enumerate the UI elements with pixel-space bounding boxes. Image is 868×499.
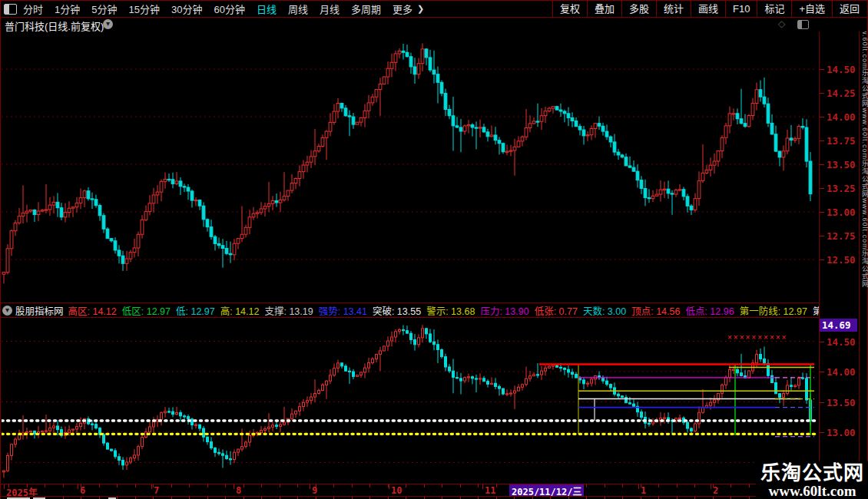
panel-toggle-icon[interactable] (797, 20, 809, 29)
candle (263, 203, 267, 216)
x-tick-minor (658, 484, 659, 487)
candle (383, 346, 386, 352)
candle (605, 124, 608, 140)
toolbar-button-5[interactable]: F10 (725, 1, 757, 17)
period-tab-2[interactable]: 5分钟 (91, 2, 117, 16)
candle (114, 237, 117, 253)
candle (510, 389, 512, 396)
candle (22, 185, 25, 223)
toolbar-button-3[interactable]: 统计 (656, 1, 691, 17)
toolbar-button-7[interactable]: +自选 (791, 1, 832, 17)
candle (705, 165, 708, 174)
candle (118, 454, 121, 465)
toolbar-button-8[interactable]: 返回 (832, 1, 866, 17)
candle (682, 187, 685, 201)
candle (495, 378, 497, 389)
axis-tick-mark (820, 342, 824, 342)
candle (767, 97, 770, 127)
candle (621, 154, 624, 158)
candle (314, 379, 316, 402)
candle (114, 448, 117, 459)
x-tick-major (389, 484, 389, 489)
candle (679, 415, 681, 419)
candle (360, 372, 363, 378)
candle (206, 218, 209, 231)
candle (2, 272, 5, 283)
candle (148, 195, 151, 215)
warning-marks: ×××××××××× (727, 333, 787, 342)
x-axis: 2025年678910112025/11/12/三12 (1, 484, 867, 496)
candle (687, 421, 689, 432)
x-tick-minor (406, 484, 406, 487)
chevron-down-icon[interactable]: ▾ (103, 19, 113, 29)
candle (349, 368, 351, 384)
candle (594, 123, 597, 137)
period-tab-4[interactable]: 30分钟 (171, 2, 202, 16)
period-tabs: 分时1分钟5分钟15分钟30分钟60分钟日线周线月线多周期更多❯ (23, 2, 424, 16)
candle (637, 402, 639, 417)
watermark-url: www.60lt.com (756, 484, 868, 498)
indicator-candlestick-chart[interactable]: ×××××××××× (2, 317, 819, 484)
candle (321, 134, 324, 147)
toolbar-button-6[interactable]: 标记 (757, 1, 791, 17)
x-tick-minor (677, 484, 678, 487)
candle (91, 193, 94, 209)
x-tick-minor (694, 484, 695, 487)
candle (306, 156, 309, 173)
indicator-name[interactable]: 股朋指标网 (15, 303, 64, 318)
candle (763, 78, 766, 107)
x-tick-major (711, 484, 711, 489)
candle (429, 329, 432, 342)
candle (344, 105, 347, 117)
candle (372, 357, 374, 365)
main-candlestick-chart[interactable] (2, 31, 819, 302)
candle (125, 251, 128, 271)
candle (759, 81, 762, 102)
x-tick-minor (280, 484, 280, 487)
clipped-text-strip (1, 496, 867, 499)
indicator-field: 高: 14.12 (220, 306, 260, 317)
period-tab-9[interactable]: 多周期 (351, 2, 381, 16)
candle (299, 402, 301, 415)
diamond-icon[interactable]: ◇ (778, 18, 785, 29)
candle (322, 383, 324, 391)
period-tab-10[interactable]: 更多 (393, 2, 412, 16)
period-tab-6[interactable]: 日线 (257, 2, 277, 16)
layout-toggle-icon[interactable] (4, 4, 17, 15)
candle (364, 363, 366, 378)
period-tab-7[interactable]: 周线 (288, 2, 308, 16)
candle (99, 427, 101, 438)
candle (463, 124, 466, 134)
candle (210, 220, 213, 240)
candle (655, 189, 658, 197)
candle (6, 244, 9, 275)
toolbar-button-2[interactable]: 多股 (621, 1, 656, 17)
period-tab-8[interactable]: 月线 (320, 2, 340, 16)
period-tab-5[interactable]: 60分钟 (214, 2, 244, 16)
candle (633, 399, 635, 406)
app-window: 分时1分钟5分钟15分钟30分钟60分钟日线周线月线多周期更多❯ 复权叠加多股统… (0, 0, 868, 499)
indicator-field: 高区: 14.12 (68, 306, 117, 317)
toolbar-button-4[interactable]: 画线 (691, 1, 725, 17)
x-tick-minor (424, 484, 425, 487)
x-tick-minor (333, 484, 334, 487)
period-tab-0[interactable]: 分时 (23, 2, 43, 16)
candle (129, 250, 132, 263)
toolbar-button-0[interactable]: 复权 (552, 1, 587, 17)
top-toolbar: 分时1分钟5分钟15分钟30分钟60分钟日线周线月线多周期更多❯ 复权叠加多股统… (1, 1, 867, 18)
candle (698, 406, 701, 428)
candle (195, 423, 197, 428)
axis-tick-mark (820, 236, 824, 236)
candle (144, 205, 147, 221)
period-tab-3[interactable]: 15分钟 (128, 2, 159, 16)
period-tab-1[interactable]: 1分钟 (55, 2, 80, 16)
candle (267, 182, 270, 212)
gutter-separator-line (859, 18, 860, 496)
candle (668, 412, 670, 424)
candle (95, 421, 98, 430)
y-axis-label: 12.50 (827, 254, 856, 266)
toolbar-button-1[interactable]: 叠加 (587, 1, 621, 17)
axis-tick-mark (820, 164, 824, 165)
chevron-down-icon[interactable]: ▾ (2, 306, 12, 316)
x-axis-label: 1 (641, 485, 646, 496)
